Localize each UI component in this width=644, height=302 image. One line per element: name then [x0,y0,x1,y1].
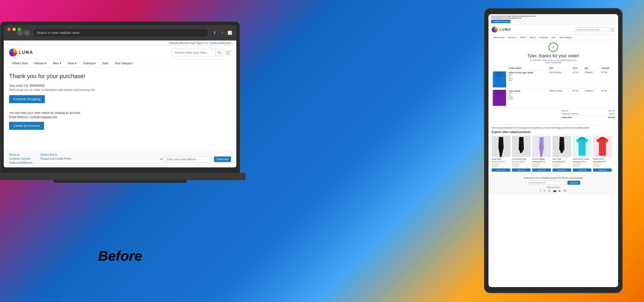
t-nav-whats-new[interactable]: What's New [492,35,506,40]
cart-icon[interactable]: 🛒 [225,50,231,55]
grand-label: Grand Total [562,116,572,118]
luma-search: 🔍 🛒 [36,49,231,56]
table-row: Juno Jacket Size XL Color Green WJ06-XL-… [492,89,615,107]
continue-shopping-button[interactable]: Continue Shopping [9,95,45,103]
product-img-autumn [593,136,612,157]
luma-topbar: Default welcome msg! Sign in or Create a… [4,41,236,46]
facebook-icon[interactable]: f [540,189,541,192]
tablet-search: 🛒 [513,27,615,32]
order-table-header-row: Product Name SKU Price Qty Subtotal [492,66,615,70]
product-svg-hera [575,137,590,157]
forward-btn[interactable]: › [24,30,30,36]
nav-training[interactable]: Training ▾ [80,59,99,67]
traffic-lights [7,28,21,31]
nav-whats-new[interactable]: What's New [9,59,31,67]
product-reviews-hera: 3 reviews [573,165,591,167]
t-nav-sale[interactable]: Sale [550,35,558,40]
product-size-label-2: Size [509,92,547,94]
nav-test-category[interactable]: Test Category [112,59,136,67]
success-icon-container: ✓ [492,42,615,52]
footer-customer-service[interactable]: Customer Service [9,157,33,160]
shipping-row: Shipping & Handling $10.00 [562,112,615,115]
nav-women[interactable]: Women ▾ [31,59,50,67]
order-table: Product Name SKU Price Qty Subtotal [492,66,615,107]
product-stars-aeon: ★★★★★ [552,163,571,165]
tl-red[interactable] [7,28,11,31]
tablet-track-text: You can track your order status by creat… [491,15,615,17]
tablet-header: LUMA 🛒 [488,25,618,35]
product-price-2: $77.00 [572,89,584,107]
laptop-outer: ‹ › Search or enter website name ⬆ + ⬜ [0,21,240,173]
product-stars-emma: ★★★★★ [532,163,551,165]
t-nav-women[interactable]: Women ▾ [506,35,518,40]
product-name-carina: Carina Basic Capri [512,158,531,160]
twitter-icon[interactable]: 𝕏 [543,189,546,192]
th-subtotal: Subtotal [601,66,615,70]
url-text: Search or enter website name [37,31,79,35]
linkedin-icon[interactable]: in [548,189,550,192]
product-price-1: $77.00 [572,70,584,89]
tablet-create-btn[interactable]: Create an Account [491,20,510,23]
tablet-email-label: Email Address: t.josh@magepal.com [491,17,615,19]
search-input[interactable] [173,49,215,56]
t-nav-men[interactable]: Men ▾ [518,35,528,40]
newsletter-email-input[interactable] [526,181,566,185]
sidebar-btn[interactable]: ⬜ [227,30,233,36]
price-old-hera: As low as [573,161,581,163]
product-price-hera: As low as $38.00 [573,161,591,163]
product-thumbnail-2 [493,90,506,106]
topbar-signin[interactable]: Sign in [196,42,205,45]
t-nav-gear[interactable]: Gear ▾ [527,35,537,40]
t-nav-training[interactable]: Training ▾ [537,35,550,40]
product-qty-2: Ordered: 1 [584,89,601,107]
t-nav-test-category[interactable]: Test Category [558,35,574,40]
create-account-button[interactable]: Create an Account [9,122,44,130]
footer-subscribe-button[interactable]: Subscribe [214,156,231,162]
search-button[interactable]: 🔍 [215,49,223,56]
nav-sale[interactable]: Sale [99,59,111,67]
topbar-create-account[interactable]: Create an Account [209,42,231,45]
add-to-cart-autumn[interactable]: Add to Cart [593,168,612,172]
add-to-cart-carina[interactable]: Add to Cart [512,168,531,172]
github-icon[interactable]: ⌘ [564,189,566,192]
footer-orders-returns[interactable]: Orders and Returns [9,161,33,164]
price-label-carina: As low as $45.00 [512,161,525,163]
list-item: Autumn Pulse As low as $53.00 ★★★★★ 3 re… [593,136,612,172]
product-stars-hera: ★★★★★ [573,163,591,165]
newsletter-subscribe-button[interactable]: Subscribe [567,181,580,185]
product-svg-2 [493,90,506,106]
add-to-cart-emma[interactable]: Add to Cart [532,168,551,172]
add-to-cart-diana[interactable]: Add to Cart [492,168,510,172]
nav-men[interactable]: Men ▾ [50,59,64,67]
price-old-aeon: As low as [552,161,560,163]
list-item: Carina Basic Capri As low as $45.00 ★★★★… [512,136,531,172]
product-name-2: Juno Jacket [509,90,547,92]
order-table-head: Product Name SKU Price Qty Subtotal [492,66,615,70]
product-stars-diana: ★★★★★ [492,163,510,165]
footer-about[interactable]: About us [9,153,33,156]
instagram-icon[interactable]: 📷 [553,189,556,192]
grand-value: $164.00 [608,116,615,118]
product-name-diana: Diana Tights [492,158,510,160]
new-tab-btn[interactable]: + [219,30,225,36]
list-item: Diana Tights As low as $47.00 ★★★★★ 3 re… [492,136,510,172]
tablet-cart-icon[interactable]: 🛒 [610,27,615,32]
product-name-emma: Emma Leggings [532,158,551,160]
add-to-cart-hera[interactable]: Add to Cart [573,168,591,172]
url-bar[interactable]: Search or enter website name [34,29,208,37]
footer-email-input[interactable] [164,156,212,162]
tl-yellow[interactable] [13,28,16,31]
add-to-cart-aeon[interactable]: Add to Cart [552,168,571,172]
more-items-text: We'll let you know when it's on the way.… [492,127,615,129]
order-totals: Subtotal $154.00 Shipping & Handling $10… [562,109,615,119]
tablet-search-input[interactable] [574,27,609,32]
youtube-icon[interactable]: ▶ [559,189,561,192]
share-btn[interactable]: ⬆ [212,30,218,36]
footer-privacy[interactable]: Privacy and Cookie Policy [41,157,71,160]
product-reviews-autumn: 3 reviews [593,165,612,167]
footer-search-terms[interactable]: Search Terms [41,153,71,156]
product-img-hera [573,136,591,157]
browser-content: Default welcome msg! Sign in or Create a… [4,41,236,167]
nav-gear[interactable]: Gear ▾ [65,59,80,67]
tl-green[interactable] [18,28,21,31]
